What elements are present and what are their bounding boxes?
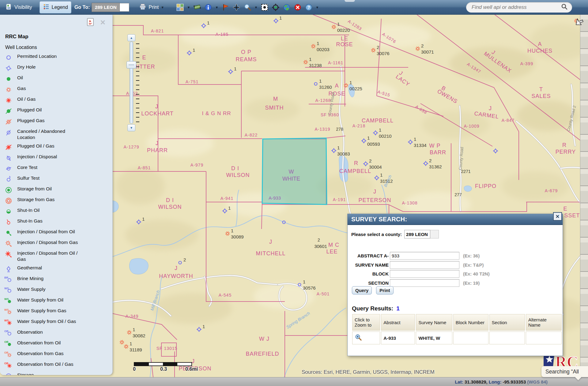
field-row-survey-name: SURVEY NAME(Ex: T&P): [348, 261, 484, 269]
pan-button[interactable]: [232, 2, 241, 13]
map-label: SF 13015: [156, 346, 178, 351]
goto-secondary-input[interactable]: [120, 3, 129, 12]
map-label: BARR: [430, 149, 446, 156]
zoom-track[interactable]: [130, 42, 133, 124]
well-number: 2: [183, 257, 186, 262]
search-icon[interactable]: [561, 3, 568, 11]
legend-item-label: Storage from Oil: [17, 186, 52, 192]
legend-item-label: Water Supply: [17, 286, 45, 292]
legend-item-label: Plugged Oil: [17, 107, 42, 113]
dialog-header[interactable]: SURVEY SEARCH:: [348, 214, 563, 225]
lease-number: 31238: [309, 63, 322, 68]
map-label: PHARR: [147, 147, 168, 153]
scale-bar-graphic: [134, 362, 192, 366]
svg-text:OB: OB: [4, 340, 9, 343]
help-button[interactable]: ?: [304, 2, 314, 13]
print-label: Print: [149, 5, 159, 10]
field-input[interactable]: [390, 252, 459, 260]
lease-number: 30071: [421, 49, 434, 54]
zoom-to-result-button[interactable]: [352, 332, 380, 344]
locate-button[interactable]: [271, 2, 281, 13]
legend-item-plug-oil: Plugged Oil: [0, 106, 112, 116]
info-button[interactable]: [203, 2, 213, 13]
magnifier-button[interactable]: [243, 2, 252, 13]
legend-button[interactable]: Legend: [40, 1, 71, 13]
dry-icon: [0, 64, 17, 72]
legend-item-label: Injection / Disposal from Oil / Gas: [17, 250, 83, 262]
map-label: J: [373, 189, 376, 195]
injection-icon: [0, 154, 17, 162]
field-label: SECTION: [348, 280, 389, 286]
print-button[interactable]: Print ▼: [136, 2, 167, 13]
long-label: Long:: [489, 379, 502, 384]
measure-button[interactable]: [192, 2, 202, 13]
legend-item-label: Shut-In Oil: [17, 207, 40, 213]
dialog-title: SURVEY SEARCH:: [351, 216, 407, 223]
print-results-button[interactable]: Print: [376, 286, 393, 294]
lease-number: 30083: [337, 151, 350, 156]
flag-button[interactable]: [221, 2, 230, 13]
map-label: M C: [328, 242, 339, 248]
legend-item-label: Dry Hole: [17, 64, 36, 70]
county-dropdown[interactable]: [430, 230, 439, 238]
goto-input[interactable]: [92, 3, 120, 12]
sulfur-icon: [0, 175, 17, 183]
query-button[interactable]: Query: [352, 286, 372, 294]
close-icon[interactable]: ✕: [100, 19, 106, 27]
field-label: ABSTRACT A-: [348, 253, 389, 258]
shutin-oil-icon: [0, 207, 17, 215]
map-label: A-399: [520, 61, 533, 66]
ob-icon: OB: [0, 329, 17, 337]
top-toolbar: Visibility Legend Go To: Print ▼ ▼▼▼?▼: [0, 0, 588, 15]
map-label: A-349: [126, 314, 138, 319]
legend-item-label: Gas: [17, 85, 26, 92]
chevron-down-icon[interactable]: ▼: [254, 2, 258, 13]
legend-item-shutin-gas: Shut-In Gas: [0, 217, 112, 227]
map-label: A-1319: [315, 127, 330, 132]
county-input[interactable]: [404, 230, 430, 238]
lease-number: 00203: [317, 47, 330, 52]
legend-item-label: Permitted Location: [17, 53, 57, 59]
chevron-down-icon[interactable]: ▼: [214, 2, 219, 13]
zoom-in-button[interactable]: ▲: [127, 34, 135, 41]
well-number: 1: [231, 228, 233, 233]
rrc-gis-viewer: 1111100220100203131238230076230071131260…: [0, 0, 588, 386]
close-icon[interactable]: ✕: [553, 212, 562, 221]
chevron-down-icon[interactable]: ▼: [315, 2, 320, 13]
chevron-down-icon[interactable]: ▼: [186, 2, 191, 13]
map-label: W: [289, 169, 294, 175]
map-label: A-1308: [402, 200, 417, 205]
lease-number: 30576: [303, 285, 316, 290]
clear-button[interactable]: [293, 2, 303, 13]
svg-text:WS: WS: [4, 308, 9, 311]
pdf-export-icon[interactable]: [87, 18, 94, 28]
print-dropdown-icon[interactable]: ▼: [161, 6, 164, 9]
field-label: BLOCK: [348, 271, 389, 276]
table-header-2: Survey Name: [416, 314, 452, 331]
zoom-ticks: [136, 43, 139, 126]
storage-icon: [0, 372, 17, 375]
field-input[interactable]: [390, 261, 459, 269]
well-number: 1: [379, 127, 381, 133]
well-number: 1: [207, 20, 209, 25]
visibility-button[interactable]: Visibility: [2, 2, 35, 13]
map-label: M: [273, 96, 278, 102]
well-number: 1: [133, 327, 135, 332]
field-input[interactable]: [390, 279, 459, 287]
toolbar-collapse-handle[interactable]: [345, 0, 355, 2]
zoom-out-button[interactable]: ▼: [127, 124, 135, 131]
zoom-handle[interactable]: [126, 61, 136, 69]
field-input[interactable]: [390, 270, 459, 278]
globe-button[interactable]: [282, 2, 292, 13]
highlighted-survey-polygon[interactable]: [262, 138, 327, 204]
map-label: A-941: [221, 196, 233, 201]
map-label: A-1268: [315, 98, 331, 103]
search-input[interactable]: [471, 4, 561, 11]
map-label: LOCKHART: [141, 111, 174, 117]
extent-button[interactable]: [260, 2, 270, 13]
legend-item-label: Observation from Oil / Gas: [17, 361, 73, 367]
legend-item-label: Storage from Gas: [17, 197, 55, 203]
map-label: SALES: [531, 93, 551, 99]
legend-item-label: Canceled / Abandoned Location: [17, 128, 83, 141]
basemap-button[interactable]: [175, 2, 185, 13]
